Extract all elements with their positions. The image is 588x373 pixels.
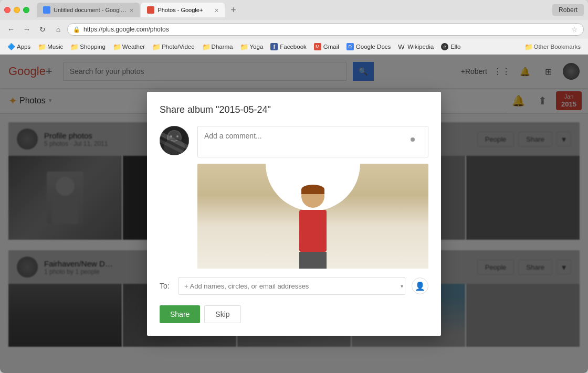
bookmark-facebook[interactable]: f Facebook (267, 42, 310, 51)
bookmark-googledocs[interactable]: D Google Docs (343, 42, 394, 51)
folder-icon: 📁 (70, 43, 78, 50)
bookmark-other-label: Other Bookmarks (534, 44, 581, 50)
tab-2-favicon (147, 6, 154, 14)
tab-2-title: Photos - Google+ (158, 7, 211, 13)
modal-overlay: Share album "2015-05-24" (0, 55, 588, 373)
bookmark-weather-label: Weather (122, 44, 145, 50)
bookmark-shopping[interactable]: 📁 Shopping (67, 42, 109, 51)
child-head (301, 185, 324, 208)
gplus-background: Google+ 🔍 +Robert ⋮⋮ 🔔 ⊞ (0, 55, 588, 373)
comment-input[interactable] (197, 126, 428, 157)
docs-icon: D (346, 43, 354, 50)
wikipedia-icon: W (398, 43, 405, 50)
tabs-area: Untitled document - Googl… × Photos - Go… (37, 3, 549, 17)
bookmark-gmail-label: Gmail (323, 44, 339, 50)
bookmark-photovideo[interactable]: 📁 Photo/Video (149, 42, 197, 51)
modal-body (160, 126, 428, 269)
bookmark-music[interactable]: 📁 Music (35, 42, 66, 51)
security-icon: 🔒 (73, 26, 80, 33)
folder-icon: 📁 (202, 43, 209, 50)
modal-title: Share album "2015-05-24" (160, 104, 428, 115)
tab-2-close[interactable]: × (215, 6, 219, 14)
modal-content-right (197, 126, 428, 269)
bookmark-dharma[interactable]: 📁 Dharma (199, 42, 236, 51)
tab-1-close[interactable]: × (130, 6, 134, 14)
folder-icon: 📁 (524, 43, 532, 50)
skip-button[interactable]: Skip (204, 305, 240, 323)
home-button[interactable]: ⌂ (51, 23, 65, 36)
preview-background (197, 164, 428, 269)
user-button[interactable]: Robert (552, 4, 584, 16)
browser-window: Untitled document - Googl… × Photos - Go… (0, 0, 588, 373)
modal-actions: Share Skip (160, 305, 428, 323)
new-tab-button[interactable]: + (226, 3, 240, 17)
to-input[interactable] (178, 277, 405, 295)
bookmark-more[interactable]: 📁 Other Bookmarks (521, 42, 584, 51)
to-field-row: To: ▾ 👤 (160, 277, 428, 295)
bookmark-googledocs-label: Google Docs (356, 44, 391, 50)
bookmark-photovideo-label: Photo/Video (162, 44, 194, 50)
tab-1-favicon (43, 6, 50, 14)
bookmarks-bar: 🔷 Apps 📁 Music 📁 Shopping 📁 Weather 📁 Ph… (0, 39, 588, 55)
bookmark-yoga[interactable]: 📁 Yoga (237, 42, 266, 51)
bookmark-weather[interactable]: 📁 Weather (110, 42, 148, 51)
bookmark-gmail[interactable]: M Gmail (311, 42, 342, 51)
svg-point-6 (176, 135, 178, 137)
bookmark-ello[interactable]: e Ello (438, 42, 464, 51)
title-bar: Untitled document - Googl… × Photos - Go… (0, 0, 588, 20)
tab-1[interactable]: Untitled document - Googl… × (37, 3, 140, 17)
folder-icon: 📁 (38, 43, 45, 50)
forward-button[interactable]: → (20, 23, 34, 36)
add-people-button[interactable]: 👤 (412, 278, 428, 294)
modal-user-avatar (160, 126, 189, 155)
child-body (299, 210, 327, 252)
nav-bar: ← → ↻ ⌂ 🔒 https://plus.google.com/photos… (0, 20, 588, 39)
folder-icon: 📁 (113, 43, 120, 50)
bookmark-shopping-label: Shopping (80, 44, 106, 50)
facebook-icon: f (270, 43, 278, 50)
dropdown-arrow-icon[interactable]: ▾ (401, 283, 403, 289)
preview-child (292, 185, 334, 269)
page-content: Google+ 🔍 +Robert ⋮⋮ 🔔 ⊞ (0, 55, 588, 373)
bookmark-wikipedia[interactable]: W Wikipedia (395, 42, 437, 51)
gmail-icon: M (314, 43, 321, 50)
bookmark-star-icon[interactable]: ☆ (571, 25, 578, 34)
tab-2[interactable]: Photos - Google+ × (141, 3, 225, 17)
photo-preview (197, 164, 428, 269)
ello-icon: e (441, 43, 448, 50)
avatar-svg (160, 126, 189, 155)
bookmark-apps-label: Apps (17, 44, 30, 50)
tab-1-title: Untitled document - Googl… (54, 7, 127, 13)
folder-icon: 📁 (152, 43, 160, 50)
maximize-button[interactable] (23, 7, 29, 13)
reload-button[interactable]: ↻ (36, 23, 49, 36)
to-input-wrap: ▾ (178, 277, 405, 295)
address-text: https://plus.google.com/photos (83, 26, 568, 33)
child-legs (299, 252, 327, 269)
bookmark-ello-label: Ello (450, 44, 460, 50)
bookmark-yoga-label: Yoga (249, 44, 263, 50)
share-album-dialog: Share album "2015-05-24" (147, 92, 441, 336)
bookmark-wikipedia-label: Wikipedia (407, 44, 434, 50)
people-icon: 👤 (415, 281, 425, 291)
traffic-lights (4, 7, 29, 13)
child-hair (301, 185, 324, 194)
close-button[interactable] (4, 7, 10, 13)
back-button[interactable]: ← (4, 23, 18, 36)
minimize-button[interactable] (14, 7, 20, 13)
folder-icon: 📁 (240, 43, 247, 50)
share-button[interactable]: Share (160, 305, 200, 323)
bookmark-music-label: Music (47, 44, 63, 50)
apps-icon: 🔷 (7, 43, 15, 50)
bookmark-facebook-label: Facebook (280, 44, 307, 50)
bookmark-dharma-label: Dharma (212, 44, 233, 50)
address-bar[interactable]: 🔒 https://plus.google.com/photos ☆ (67, 23, 584, 36)
bookmark-apps[interactable]: 🔷 Apps (4, 42, 34, 51)
to-label: To: (160, 282, 172, 290)
